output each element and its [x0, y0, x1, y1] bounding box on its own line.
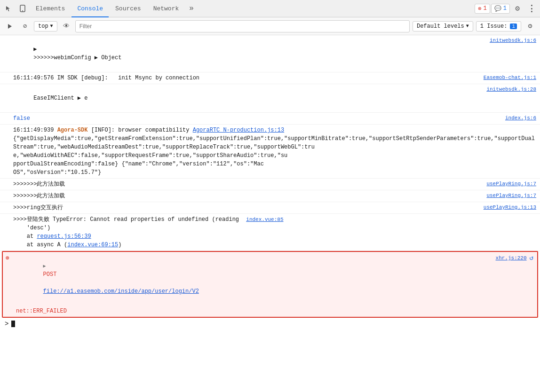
- mobile-device-icon[interactable]: [16, 2, 29, 15]
- execute-button[interactable]: [4, 20, 16, 32]
- console-source-link[interactable]: index.js:6: [505, 114, 536, 122]
- agora-source-link[interactable]: AgoraRTC N-production.js:13: [193, 127, 284, 133]
- console-message: 16:11:49:939 Agora-SDK [INFO]: browser c…: [13, 126, 536, 177]
- console-source-link[interactable]: Easemob-chat.js:1: [484, 74, 536, 82]
- eye-preserve-icon[interactable]: 👁: [60, 20, 72, 32]
- console-message: 16:11:49:576 IM SDK [debug]: init Msync …: [13, 74, 480, 82]
- error-failed-row: net::ERR_FAILED: [3, 306, 537, 317]
- console-output-area: ▶ >>>>>>webimConfig ▶ Object initwebsdk.…: [0, 35, 540, 392]
- more-tabs-button[interactable]: »: [185, 0, 198, 17]
- expand-post-arrow[interactable]: ▶: [43, 264, 46, 269]
- message-badge-icon: 💬: [494, 5, 501, 12]
- console-settings-icon[interactable]: ⚙: [524, 20, 536, 32]
- tab-network[interactable]: Network: [148, 0, 185, 17]
- levels-dropdown-arrow: ▼: [466, 24, 469, 29]
- console-message: >>>>>>>此方法加载: [13, 180, 483, 188]
- issues-badge[interactable]: 1 Issue: 1: [476, 21, 521, 31]
- error-bordered-section: ⊗ ▶ POST file://a1.easemob.com/inside/ap…: [2, 251, 538, 318]
- console-source-link[interactable]: index.vue:85: [246, 217, 283, 222]
- console-source-link[interactable]: usePlayRing.js:13: [484, 204, 536, 212]
- console-row: ▶ >>>>>>webimConfig ▶ Object initwebsdk.…: [0, 35, 540, 72]
- error-post-message: ▶ POST file://a1.easemob.com/inside/app/…: [16, 253, 492, 304]
- levels-label: Default levels: [417, 23, 464, 30]
- console-prompt-row: >: [0, 318, 540, 330]
- request-source-link[interactable]: request.js:56:39: [37, 233, 91, 240]
- prompt-cursor[interactable]: [11, 321, 15, 327]
- error-badge-count: 1: [484, 5, 487, 12]
- xhr-source-link[interactable]: xhr.js:220: [496, 254, 527, 262]
- console-source-link[interactable]: usePlayRing.js:7: [486, 192, 536, 200]
- tab-sources[interactable]: Sources: [110, 0, 147, 17]
- console-row: EaseIMClient ▶ e initwebsdk.js:28: [0, 84, 540, 113]
- message-badge[interactable]: 💬 1: [491, 4, 510, 14]
- settings-gear-icon[interactable]: ⚙: [511, 2, 524, 15]
- console-source-link[interactable]: initwebsdk.js:28: [486, 86, 536, 94]
- pointer-tool-icon[interactable]: [2, 2, 15, 15]
- tab-elements[interactable]: Elements: [30, 0, 71, 17]
- console-row: >>>>登陆失败 TypeError: Cannot read properti…: [0, 214, 540, 251]
- console-source-link[interactable]: initwebsdk.js:6: [490, 37, 536, 45]
- more-options-icon[interactable]: ⋮: [525, 2, 538, 15]
- console-row: 16:11:49:576 IM SDK [debug]: init Msync …: [0, 72, 540, 84]
- arrow-expand[interactable]: ▶: [33, 46, 37, 53]
- issue-label-text: 1 Issue:: [480, 23, 508, 30]
- devtools-tab-bar: Elements Console Sources Network » ⊗ 1 💬…: [0, 0, 540, 17]
- error-badge-icon: ⊗: [478, 5, 481, 12]
- context-dropdown-arrow: ▼: [50, 24, 53, 29]
- console-message: false: [13, 114, 501, 123]
- error-post-row: ⊗ ▶ POST file://a1.easemob.com/inside/ap…: [3, 252, 537, 306]
- console-message: >>>>登陆失败 TypeError: Cannot read properti…: [13, 215, 536, 249]
- svg-point-1: [22, 10, 23, 11]
- message-badge-count: 1: [503, 5, 507, 12]
- console-row: >>>>ring交互执行 usePlayRing.js:13: [0, 202, 540, 214]
- block-requests-icon[interactable]: ⊘: [19, 20, 31, 32]
- console-message: >>>>ring交互执行: [13, 204, 480, 212]
- indexvue-source-link[interactable]: index.vue:69:15: [67, 242, 118, 248]
- replay-request-icon[interactable]: ↺: [530, 253, 533, 263]
- post-label: POST: [43, 271, 57, 278]
- error-source-container: xhr.js:220 ↺: [492, 253, 533, 263]
- prompt-symbol: >: [5, 320, 8, 328]
- tab-console[interactable]: Console: [71, 0, 109, 17]
- console-row: false index.js:6: [0, 113, 540, 125]
- console-message: ▶ >>>>>>webimConfig ▶ Object: [13, 37, 486, 71]
- console-row: >>>>>>>此方法加载 usePlayRing.js:7: [0, 179, 540, 190]
- console-source-link[interactable]: usePlayRing.js:7: [486, 180, 536, 188]
- error-circle-icon: ⊗: [6, 254, 9, 263]
- console-row: >>>>>>>此方法加载 usePlayRing.js:7: [0, 190, 540, 202]
- console-row: 16:11:49:939 Agora-SDK [INFO]: browser c…: [0, 125, 540, 179]
- console-message: EaseIMClient ▶ e: [13, 86, 483, 111]
- error-badge[interactable]: ⊗ 1: [475, 4, 490, 14]
- post-url-link[interactable]: file://a1.easemob.com/inside/app/user/lo…: [43, 288, 199, 295]
- console-toolbar: ⊘ top ▼ 👁 Default levels ▼ 1 Issue: 1 ⚙: [0, 17, 540, 35]
- console-message: >>>>>>>此方法加载: [13, 192, 483, 200]
- context-selector[interactable]: top ▼: [34, 21, 57, 31]
- filter-input[interactable]: [75, 20, 410, 32]
- error-failed-message: net::ERR_FAILED: [16, 307, 533, 315]
- issue-count-icon: 1: [510, 24, 517, 29]
- log-levels-selector[interactable]: Default levels ▼: [413, 21, 473, 31]
- context-label: top: [38, 23, 48, 30]
- svg-marker-2: [8, 24, 12, 29]
